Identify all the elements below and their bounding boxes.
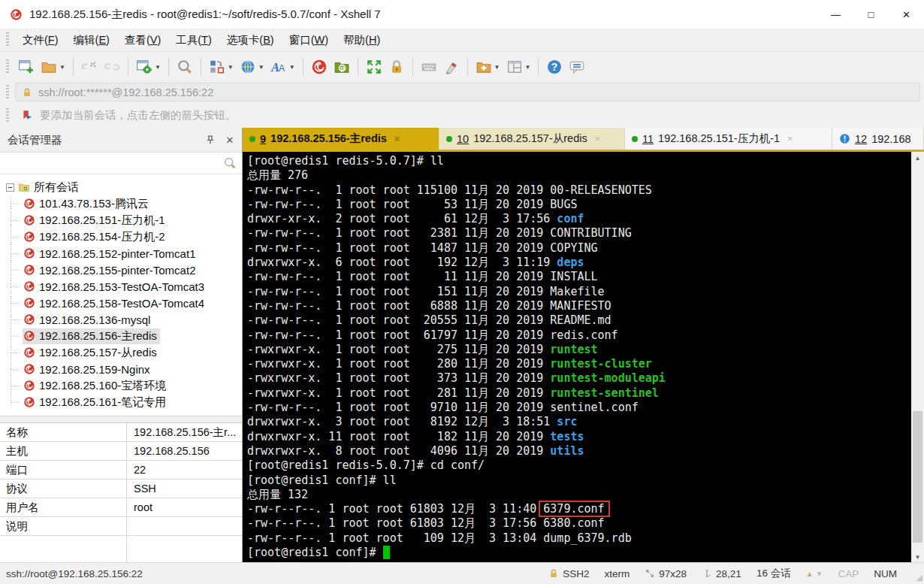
terminal[interactable]: [root@redis1 redis-5.0.7]# ll总用量 276-rw-… — [243, 152, 924, 563]
terminal-line: drwxrwxr-x. 11 root root 182 11月 20 2019… — [247, 430, 910, 444]
terminal-text: -rw-rw-r--. 1 root root 9710 11月 20 2019… — [247, 401, 639, 414]
font-button[interactable]: AA▼ — [267, 56, 298, 78]
session-item-3[interactable]: 192.168.25.152-pinter-Tomcat1 — [0, 245, 242, 262]
menubar-grip[interactable] — [6, 32, 9, 47]
dropdown-arrow-icon[interactable]: ▼ — [494, 64, 500, 71]
xftp-app-button[interactable]: p — [331, 56, 353, 78]
toolbar-grip[interactable] — [6, 59, 9, 74]
menu-item-2[interactable]: 查看(V) — [117, 30, 168, 50]
menu-item-1[interactable]: 编辑(E) — [66, 30, 117, 50]
tab-10[interactable]: 10192.168.25.157-从redis× — [439, 128, 625, 150]
tab-label: 192.168.25.151-压力机-1 — [658, 132, 780, 146]
tab-close-icon[interactable]: × — [595, 133, 601, 144]
session-label: 192.168.25.156-主redis — [39, 329, 157, 343]
minimize-button[interactable]: — — [818, 0, 853, 29]
session-properties-button[interactable]: ▼ — [133, 56, 164, 78]
dropdown-arrow-icon[interactable]: ▼ — [525, 64, 531, 71]
tab-close-icon[interactable]: × — [394, 133, 400, 144]
virtual-keyboard-button[interactable] — [418, 56, 440, 78]
menu-item-0[interactable]: 文件(F) — [15, 30, 66, 50]
terminal-text: drwxrwxr-x. 3 root root 8192 12月 3 18:51 — [247, 415, 557, 428]
resize-grip[interactable]: ◢ — [916, 573, 922, 582]
fullscreen-button[interactable] — [363, 56, 385, 78]
address-input[interactable]: ssh://root:******@192.168.25.156:22 — [15, 83, 920, 101]
status-item-97x28: 97x28 — [645, 568, 687, 579]
status-item-NUM: NUM — [874, 568, 897, 579]
dropdown-arrow-icon[interactable]: ▼ — [258, 64, 264, 71]
open-session-button[interactable]: ▼ — [38, 56, 68, 78]
dropdown-arrow-icon[interactable]: ▼ — [59, 64, 65, 71]
fullscreen-icon — [366, 59, 382, 75]
font-icon: AA — [270, 59, 287, 75]
session-icon — [23, 380, 35, 392]
menu-item-6[interactable]: 帮助(H) — [336, 30, 388, 50]
property-value: 22 — [127, 461, 242, 479]
new-session-button[interactable] — [15, 56, 38, 78]
session-item-6[interactable]: 192.168.25.158-TestOA-Tomcat4 — [0, 295, 242, 311]
session-item-4[interactable]: 192.168.25.155-pinter-Tomcat2 — [0, 262, 242, 278]
scroll-down-icon[interactable]: ▼ — [911, 551, 924, 563]
close-button[interactable]: ✕ — [889, 0, 924, 29]
lock-screen-button[interactable] — [385, 56, 408, 78]
session-item-2[interactable]: 192.168.25.154-压力机-2 — [0, 228, 242, 245]
session-item-0[interactable]: 101.43.78.153-腾讯云 — [0, 195, 242, 212]
panel-splitter[interactable] — [0, 416, 242, 423]
status-text: 97x28 — [659, 568, 687, 579]
session-item-11[interactable]: 192.168.25.160-宝塔环境 — [0, 377, 242, 394]
panel-close-icon[interactable]: ✕ — [224, 134, 236, 146]
toolbar-separator — [467, 58, 468, 76]
property-label: 端口 — [0, 461, 127, 479]
session-label: 192.168.25.160-宝塔环境 — [39, 379, 166, 393]
terminal-line: [root@redis1 redis-5.0.7]# ll — [247, 154, 910, 168]
hintbar-grip[interactable] — [6, 108, 9, 123]
arrange-button[interactable]: ▼ — [206, 56, 237, 78]
session-item-7[interactable]: 192.168.25.136-mysql — [0, 311, 242, 328]
dropdown-arrow-icon[interactable]: ▼ — [289, 64, 295, 71]
open-session-icon — [41, 59, 57, 75]
session-search-input[interactable] — [0, 153, 242, 174]
tab-close-icon[interactable]: × — [787, 133, 793, 144]
find-button[interactable] — [174, 56, 196, 78]
menu-item-5[interactable]: 窗口(W) — [282, 30, 336, 50]
terminal-line: -rw-rw-r--. 1 root root 53 11月 20 2019 B… — [247, 198, 910, 212]
scroll-up-icon[interactable]: ▲ — [911, 152, 924, 164]
terminal-line: [root@redis1 conf]# — [247, 546, 910, 560]
session-label: 192.168.25.158-TestOA-Tomcat4 — [39, 297, 204, 310]
property-row-3: 协议SSH — [0, 480, 242, 498]
dropdown-arrow-icon[interactable]: ▼ — [155, 64, 161, 71]
addressbar-grip[interactable] — [6, 85, 9, 100]
tab-layout-button[interactable]: ▼ — [503, 56, 534, 78]
session-icon — [23, 280, 35, 292]
scrollbar-thumb[interactable] — [913, 411, 922, 543]
session-item-12[interactable]: 192.168.25.161-笔记专用 — [0, 394, 242, 410]
tree-root-all-sessions[interactable]: 所有会话 — [0, 179, 242, 195]
terminal-line: -rw-rw-r--. 1 root root 115100 11月 20 20… — [247, 183, 910, 198]
status-right-items: SSH2xterm97x2828,2116 会话▲▼CAPNUM — [548, 567, 918, 580]
terminal-dir-text: utils — [550, 444, 584, 458]
session-item-1[interactable]: 192.168.25.151-压力机-1 — [0, 212, 242, 228]
menu-item-4[interactable]: 选项卡(B) — [219, 30, 282, 50]
tab-11[interactable]: 11192.168.25.151-压力机-1× — [625, 128, 832, 150]
encoding-globe-button[interactable]: ▼ — [237, 56, 267, 78]
session-item-5[interactable]: 192.168.25.153-TestOA-Tomcat3 — [0, 278, 242, 295]
session-next-icon[interactable]: ▼ — [816, 570, 823, 578]
maximize-button[interactable]: □ — [853, 0, 889, 29]
terminal-text: [root@redis1 redis-5.0.7]# cd conf/ — [247, 458, 485, 472]
terminal-scrollbar[interactable]: ▲ ▼ — [911, 152, 924, 563]
dropdown-arrow-icon[interactable]: ▼ — [228, 64, 234, 71]
status-item-updown-arrows-icon[interactable]: ▲▼ — [806, 570, 823, 578]
expander-minus-icon[interactable] — [6, 183, 14, 192]
pin-icon[interactable] — [204, 134, 216, 146]
menu-item-3[interactable]: 工具(T) — [168, 30, 219, 50]
session-item-9[interactable]: 192.168.25.157-从redis — [0, 344, 242, 361]
session-item-8[interactable]: 192.168.25.156-主redis — [0, 328, 242, 344]
xshell-app-button[interactable] — [308, 56, 331, 78]
session-prev-icon[interactable]: ▲ — [806, 570, 814, 578]
session-item-10[interactable]: 192.168.25.159-Nginx — [0, 361, 242, 377]
new-tab-folder-button[interactable]: ▼ — [473, 56, 503, 78]
tab-9[interactable]: 9192.168.25.156-主redis× — [243, 128, 439, 150]
feedback-button[interactable] — [566, 56, 588, 78]
highlight-pen-button[interactable] — [440, 56, 463, 78]
help-button[interactable]: ? — [543, 56, 566, 78]
tab-12[interactable]: 12192.168 — [832, 128, 924, 150]
